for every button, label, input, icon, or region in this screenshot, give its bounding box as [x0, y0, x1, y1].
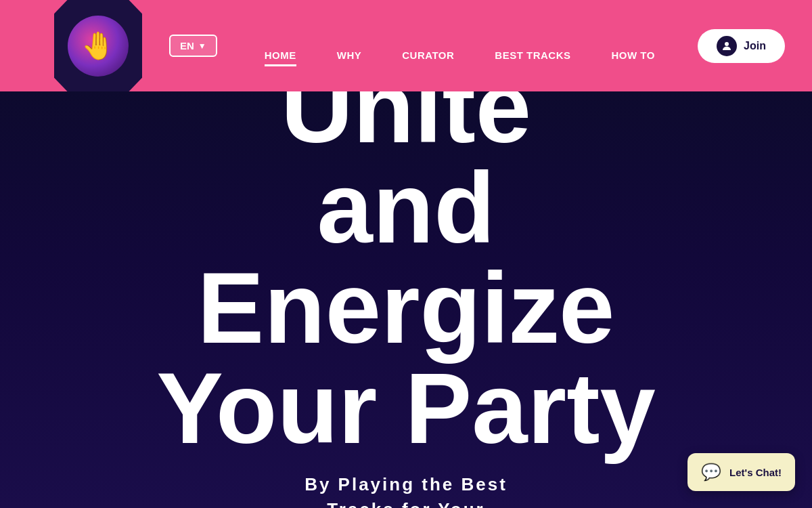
hero-title: Unite and Energize Your Party — [156, 58, 655, 459]
hero-subtitle-line1: By Playing the Best — [304, 472, 508, 496]
join-button[interactable]: Join — [698, 29, 785, 63]
chevron-down-icon: ▼ — [198, 41, 206, 51]
logo-icon: 🤚 — [68, 16, 129, 77]
main-nav: HOME WHY CURATOR BEST TRACKS HOW TO — [244, 26, 675, 66]
nav-item-how-to[interactable]: HOW TO — [591, 26, 675, 66]
chat-icon: 💬 — [701, 463, 721, 482]
hero-subtitle-line2: Tracks for Your — [304, 497, 508, 509]
hero-title-line2: and — [156, 158, 655, 258]
nav-item-home[interactable]: HOME — [244, 26, 317, 66]
user-icon — [717, 36, 737, 56]
svg-point-0 — [725, 42, 729, 46]
logo[interactable]: 🤚 — [54, 0, 142, 91]
hero-subtitle: By Playing the Best Tracks for Your — [304, 472, 508, 508]
chat-widget[interactable]: 💬 Let's Chat! — [687, 453, 795, 491]
header: 🤚 EN ▼ HOME WHY CURATOR BEST TRACKS HOW … — [0, 0, 812, 91]
join-label: Join — [744, 40, 766, 52]
chat-label: Let's Chat! — [729, 467, 782, 478]
language-selector[interactable]: EN ▼ — [169, 35, 217, 57]
nav-item-why[interactable]: WHY — [317, 26, 382, 66]
lang-label: EN — [180, 40, 194, 51]
nav-item-curator[interactable]: CURATOR — [382, 26, 474, 66]
hero-title-line4: Your Party — [156, 358, 655, 459]
nav-item-best-tracks[interactable]: BEST TRACKS — [474, 26, 591, 66]
hero-title-line3: Energize — [156, 258, 655, 358]
hero-section: Unite and Energize Your Party By Playing… — [0, 91, 812, 508]
